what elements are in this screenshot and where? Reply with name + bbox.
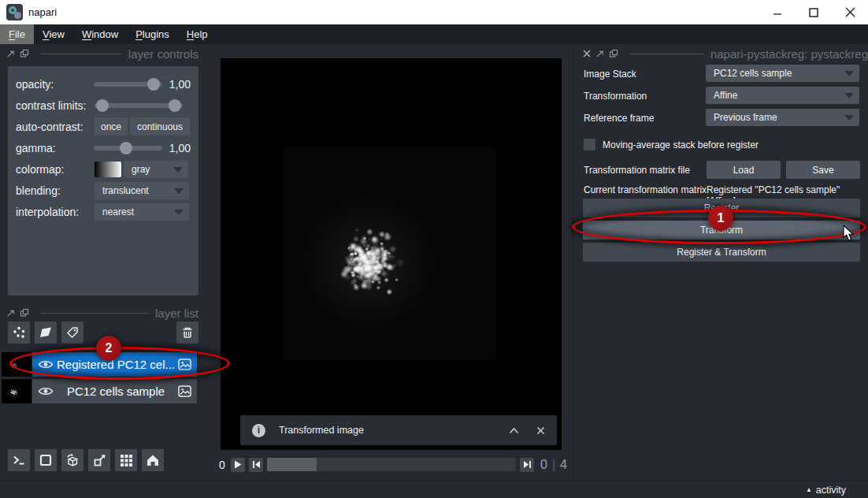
load-button[interactable]: Load — [707, 161, 781, 179]
auto-contrast-continuous-button[interactable]: continuous — [130, 117, 190, 136]
napari-window: napari File View Window Plugins Help l — [0, 0, 868, 498]
layer-thumbnail — [2, 352, 32, 377]
play-icon — [234, 460, 242, 469]
image-layer-type-icon — [178, 359, 191, 370]
colormap-gradient-swatch — [95, 162, 121, 177]
title-bar: napari — [0, 0, 868, 24]
first-frame-button[interactable] — [249, 458, 263, 472]
gamma-slider[interactable] — [94, 141, 162, 155]
matrix-file-label: Transformation matrix file — [584, 165, 690, 176]
save-button[interactable]: Save — [786, 161, 860, 179]
popout-panel-icon[interactable] — [20, 49, 29, 58]
current-frame: 0 — [540, 458, 547, 472]
minimize-icon[interactable] — [759, 0, 796, 24]
layer-controls-panel: opacity: 1,00 contrast limits: auto-cont… — [8, 66, 198, 295]
contrast-limits-row: contrast limits: — [16, 95, 191, 116]
contrast-high-handle[interactable] — [169, 99, 181, 112]
frame-slider-handle[interactable] — [267, 458, 317, 471]
popout-panel-icon[interactable] — [20, 308, 29, 318]
current-matrix-label: Current transformation matrix — [584, 184, 707, 195]
expand-notification-icon[interactable] — [509, 427, 519, 434]
interpolation-label: interpolation: — [16, 206, 95, 218]
image-stack-label: Image Stack — [584, 69, 636, 80]
layer-thumbnail — [2, 379, 32, 403]
console-button[interactable] — [8, 449, 30, 471]
layer-name: PC12 cells sample — [54, 385, 178, 398]
status-bar: ▲ activity — [0, 481, 868, 498]
float-panel-icon[interactable] — [6, 309, 15, 318]
auto-contrast-row: auto-contrast: once continuous — [16, 116, 191, 137]
opacity-row: opacity: 1,00 — [16, 73, 191, 95]
play-button[interactable] — [231, 458, 245, 472]
blending-dropdown[interactable]: translucent — [95, 182, 189, 199]
transformation-dropdown[interactable]: Affine — [706, 87, 859, 104]
new-labels-layer-button[interactable] — [61, 321, 83, 344]
layer-row-sample[interactable]: PC12 cells sample — [2, 379, 197, 403]
reference-frame-dropdown[interactable]: Previous frame — [706, 109, 859, 126]
dropdown-arrow-icon — [174, 210, 184, 215]
new-points-layer-button[interactable] — [8, 321, 30, 344]
image-layer-type-icon — [178, 385, 191, 397]
dimension-slider-row: 0 0 | 4 — [219, 457, 567, 472]
visibility-eye-icon[interactable] — [38, 385, 54, 397]
menu-plugins[interactable]: Plugins — [127, 24, 178, 44]
new-shapes-layer-button[interactable] — [35, 321, 57, 344]
transform-button[interactable]: Transform — [583, 221, 860, 240]
close-window-icon[interactable] — [832, 0, 868, 24]
grid-view-button[interactable] — [115, 449, 137, 471]
colormap-row: colormap: gray — [16, 158, 191, 180]
frame-counter: 0 | 4 — [540, 458, 567, 472]
dropdown-arrow-icon — [174, 188, 184, 194]
menu-window[interactable]: Window — [73, 24, 127, 44]
popout-panel-icon[interactable] — [609, 49, 618, 58]
menu-view[interactable]: View — [34, 24, 73, 44]
auto-contrast-once-button[interactable]: once — [95, 117, 128, 136]
skip-forward-icon — [523, 460, 532, 469]
microscopy-image — [284, 147, 496, 360]
menu-file[interactable]: File — [0, 24, 34, 44]
notification-text: Transformed image — [279, 425, 491, 436]
home-icon — [146, 453, 160, 467]
plugin-title: napari-pystackreg: pystackreg — [710, 47, 868, 61]
transpose-dimensions-button[interactable] — [88, 449, 110, 471]
gamma-slider-handle[interactable] — [120, 142, 132, 154]
layer-name: Registered PC12 cel... — [54, 358, 178, 371]
delete-layer-button[interactable] — [176, 321, 198, 344]
float-panel-icon[interactable] — [595, 50, 604, 58]
roll-dimensions-button[interactable] — [61, 449, 83, 471]
image-stack-dropdown[interactable]: PC12 cells sample — [706, 65, 859, 82]
register-transform-button[interactable]: Register & Transform — [583, 243, 860, 262]
opacity-slider[interactable] — [94, 77, 162, 91]
window-title: napari — [28, 0, 57, 24]
float-panel-icon[interactable] — [6, 50, 15, 58]
maximize-icon[interactable] — [796, 0, 832, 24]
last-frame-button[interactable] — [520, 458, 534, 472]
opacity-slider-handle[interactable] — [147, 78, 160, 91]
auto-contrast-label: auto-contrast: — [16, 121, 95, 133]
interpolation-dropdown[interactable]: nearest — [95, 203, 189, 221]
transformation-label: Transformation — [584, 91, 647, 102]
layer-list-dock-header: layer list — [6, 306, 198, 320]
console-icon — [12, 453, 26, 467]
home-reset-view-button[interactable] — [142, 449, 164, 471]
activity-button[interactable]: ▲ activity — [806, 485, 846, 496]
layer-row-registered[interactable]: Registered PC12 cel... — [2, 352, 197, 377]
chevron-up-icon: ▲ — [806, 486, 812, 493]
opacity-label: opacity: — [16, 78, 94, 91]
close-panel-icon[interactable] — [583, 50, 591, 58]
frame-slider[interactable] — [267, 458, 516, 471]
moving-average-checkbox[interactable] — [584, 139, 595, 151]
close-notification-icon[interactable] — [536, 426, 545, 435]
contrast-limits-slider[interactable] — [95, 98, 183, 113]
viewer-canvas[interactable]: i Transformed image — [221, 58, 562, 450]
register-button[interactable]: Register — [583, 199, 860, 217]
colormap-label: colormap: — [16, 163, 95, 176]
dropdown-arrow-icon — [844, 115, 854, 121]
contrast-low-handle[interactable] — [96, 99, 109, 112]
menu-help[interactable]: Help — [178, 24, 217, 44]
ndisplay-2d-button[interactable] — [35, 449, 57, 471]
colormap-dropdown[interactable]: gray — [124, 161, 188, 178]
dropdown-arrow-icon — [844, 93, 854, 98]
visibility-eye-icon[interactable] — [38, 359, 54, 370]
reference-frame-label: Reference frame — [584, 113, 654, 124]
